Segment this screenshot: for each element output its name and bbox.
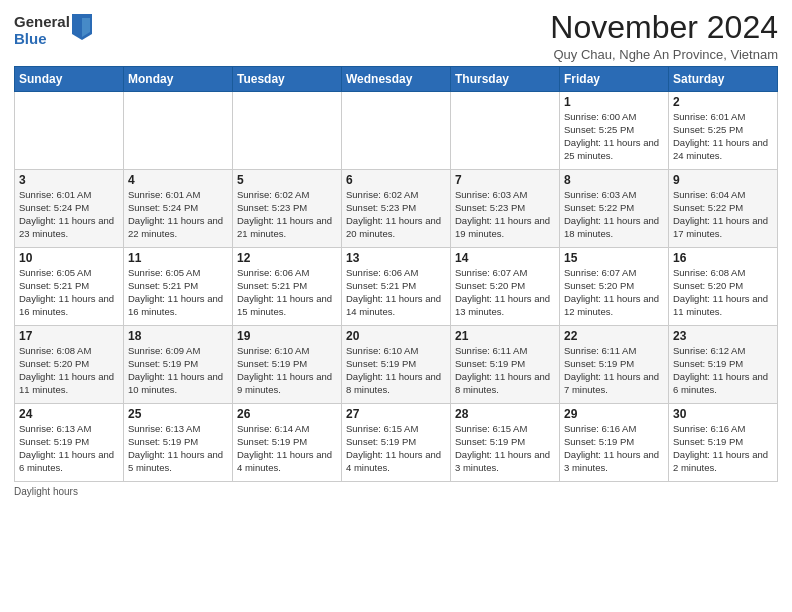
day-number: 19 (237, 329, 337, 343)
day-number: 16 (673, 251, 773, 265)
day-number: 24 (19, 407, 119, 421)
calendar-cell: 21Sunrise: 6:11 AM Sunset: 5:19 PM Dayli… (451, 326, 560, 404)
calendar-cell: 23Sunrise: 6:12 AM Sunset: 5:19 PM Dayli… (669, 326, 778, 404)
calendar-cell (451, 92, 560, 170)
calendar-cell: 18Sunrise: 6:09 AM Sunset: 5:19 PM Dayli… (124, 326, 233, 404)
day-number: 29 (564, 407, 664, 421)
day-info: Sunrise: 6:06 AM Sunset: 5:21 PM Dayligh… (237, 267, 337, 318)
calendar-cell: 7Sunrise: 6:03 AM Sunset: 5:23 PM Daylig… (451, 170, 560, 248)
logo-icon (72, 14, 92, 40)
calendar-cell: 14Sunrise: 6:07 AM Sunset: 5:20 PM Dayli… (451, 248, 560, 326)
day-info: Sunrise: 6:09 AM Sunset: 5:19 PM Dayligh… (128, 345, 228, 396)
day-info: Sunrise: 6:05 AM Sunset: 5:21 PM Dayligh… (19, 267, 119, 318)
logo-blue: Blue (14, 31, 70, 48)
day-number: 12 (237, 251, 337, 265)
week-row-5: 24Sunrise: 6:13 AM Sunset: 5:19 PM Dayli… (15, 404, 778, 482)
col-header-tuesday: Tuesday (233, 67, 342, 92)
day-number: 14 (455, 251, 555, 265)
logo-general: General (14, 14, 70, 31)
day-number: 22 (564, 329, 664, 343)
calendar-cell: 2Sunrise: 6:01 AM Sunset: 5:25 PM Daylig… (669, 92, 778, 170)
calendar-cell (15, 92, 124, 170)
day-info: Sunrise: 6:10 AM Sunset: 5:19 PM Dayligh… (237, 345, 337, 396)
week-row-3: 10Sunrise: 6:05 AM Sunset: 5:21 PM Dayli… (15, 248, 778, 326)
day-number: 8 (564, 173, 664, 187)
day-number: 13 (346, 251, 446, 265)
day-number: 11 (128, 251, 228, 265)
page-container: General Blue November 2024 Quy Chau, Ngh… (0, 0, 792, 503)
day-info: Sunrise: 6:03 AM Sunset: 5:23 PM Dayligh… (455, 189, 555, 240)
calendar-cell: 30Sunrise: 6:16 AM Sunset: 5:19 PM Dayli… (669, 404, 778, 482)
day-info: Sunrise: 6:03 AM Sunset: 5:22 PM Dayligh… (564, 189, 664, 240)
day-info: Sunrise: 6:14 AM Sunset: 5:19 PM Dayligh… (237, 423, 337, 474)
calendar-cell: 29Sunrise: 6:16 AM Sunset: 5:19 PM Dayli… (560, 404, 669, 482)
day-number: 20 (346, 329, 446, 343)
day-number: 21 (455, 329, 555, 343)
day-info: Sunrise: 6:04 AM Sunset: 5:22 PM Dayligh… (673, 189, 773, 240)
day-info: Sunrise: 6:07 AM Sunset: 5:20 PM Dayligh… (564, 267, 664, 318)
day-info: Sunrise: 6:12 AM Sunset: 5:19 PM Dayligh… (673, 345, 773, 396)
day-info: Sunrise: 6:02 AM Sunset: 5:23 PM Dayligh… (346, 189, 446, 240)
calendar-cell (233, 92, 342, 170)
day-info: Sunrise: 6:02 AM Sunset: 5:23 PM Dayligh… (237, 189, 337, 240)
calendar-cell: 16Sunrise: 6:08 AM Sunset: 5:20 PM Dayli… (669, 248, 778, 326)
day-number: 3 (19, 173, 119, 187)
col-header-thursday: Thursday (451, 67, 560, 92)
day-info: Sunrise: 6:13 AM Sunset: 5:19 PM Dayligh… (19, 423, 119, 474)
header: General Blue November 2024 Quy Chau, Ngh… (14, 10, 778, 62)
calendar-cell: 17Sunrise: 6:08 AM Sunset: 5:20 PM Dayli… (15, 326, 124, 404)
day-number: 26 (237, 407, 337, 421)
day-number: 6 (346, 173, 446, 187)
calendar-cell: 25Sunrise: 6:13 AM Sunset: 5:19 PM Dayli… (124, 404, 233, 482)
week-row-1: 1Sunrise: 6:00 AM Sunset: 5:25 PM Daylig… (15, 92, 778, 170)
day-number: 15 (564, 251, 664, 265)
col-header-wednesday: Wednesday (342, 67, 451, 92)
calendar-cell: 9Sunrise: 6:04 AM Sunset: 5:22 PM Daylig… (669, 170, 778, 248)
day-number: 18 (128, 329, 228, 343)
day-info: Sunrise: 6:00 AM Sunset: 5:25 PM Dayligh… (564, 111, 664, 162)
day-number: 7 (455, 173, 555, 187)
week-row-2: 3Sunrise: 6:01 AM Sunset: 5:24 PM Daylig… (15, 170, 778, 248)
week-row-4: 17Sunrise: 6:08 AM Sunset: 5:20 PM Dayli… (15, 326, 778, 404)
calendar-cell: 6Sunrise: 6:02 AM Sunset: 5:23 PM Daylig… (342, 170, 451, 248)
calendar-cell: 19Sunrise: 6:10 AM Sunset: 5:19 PM Dayli… (233, 326, 342, 404)
calendar-table: SundayMondayTuesdayWednesdayThursdayFrid… (14, 66, 778, 482)
location: Quy Chau, Nghe An Province, Vietnam (550, 47, 778, 62)
calendar-cell: 22Sunrise: 6:11 AM Sunset: 5:19 PM Dayli… (560, 326, 669, 404)
day-info: Sunrise: 6:11 AM Sunset: 5:19 PM Dayligh… (564, 345, 664, 396)
day-number: 10 (19, 251, 119, 265)
day-number: 23 (673, 329, 773, 343)
title-block: November 2024 Quy Chau, Nghe An Province… (550, 10, 778, 62)
calendar-cell: 8Sunrise: 6:03 AM Sunset: 5:22 PM Daylig… (560, 170, 669, 248)
col-header-saturday: Saturday (669, 67, 778, 92)
day-info: Sunrise: 6:08 AM Sunset: 5:20 PM Dayligh… (673, 267, 773, 318)
day-info: Sunrise: 6:05 AM Sunset: 5:21 PM Dayligh… (128, 267, 228, 318)
day-number: 28 (455, 407, 555, 421)
calendar-cell: 20Sunrise: 6:10 AM Sunset: 5:19 PM Dayli… (342, 326, 451, 404)
calendar-cell: 24Sunrise: 6:13 AM Sunset: 5:19 PM Dayli… (15, 404, 124, 482)
col-header-monday: Monday (124, 67, 233, 92)
day-number: 1 (564, 95, 664, 109)
calendar-cell: 28Sunrise: 6:15 AM Sunset: 5:19 PM Dayli… (451, 404, 560, 482)
footer: Daylight hours (14, 486, 778, 497)
day-number: 30 (673, 407, 773, 421)
day-info: Sunrise: 6:15 AM Sunset: 5:19 PM Dayligh… (346, 423, 446, 474)
calendar-header-row: SundayMondayTuesdayWednesdayThursdayFrid… (15, 67, 778, 92)
day-info: Sunrise: 6:07 AM Sunset: 5:20 PM Dayligh… (455, 267, 555, 318)
calendar-cell (124, 92, 233, 170)
day-number: 9 (673, 173, 773, 187)
day-info: Sunrise: 6:16 AM Sunset: 5:19 PM Dayligh… (564, 423, 664, 474)
day-number: 27 (346, 407, 446, 421)
col-header-friday: Friday (560, 67, 669, 92)
day-info: Sunrise: 6:08 AM Sunset: 5:20 PM Dayligh… (19, 345, 119, 396)
day-info: Sunrise: 6:16 AM Sunset: 5:19 PM Dayligh… (673, 423, 773, 474)
day-number: 5 (237, 173, 337, 187)
day-info: Sunrise: 6:10 AM Sunset: 5:19 PM Dayligh… (346, 345, 446, 396)
calendar-cell: 4Sunrise: 6:01 AM Sunset: 5:24 PM Daylig… (124, 170, 233, 248)
day-info: Sunrise: 6:15 AM Sunset: 5:19 PM Dayligh… (455, 423, 555, 474)
day-info: Sunrise: 6:01 AM Sunset: 5:25 PM Dayligh… (673, 111, 773, 162)
calendar-cell: 26Sunrise: 6:14 AM Sunset: 5:19 PM Dayli… (233, 404, 342, 482)
calendar-cell (342, 92, 451, 170)
calendar-cell: 27Sunrise: 6:15 AM Sunset: 5:19 PM Dayli… (342, 404, 451, 482)
calendar-cell: 12Sunrise: 6:06 AM Sunset: 5:21 PM Dayli… (233, 248, 342, 326)
